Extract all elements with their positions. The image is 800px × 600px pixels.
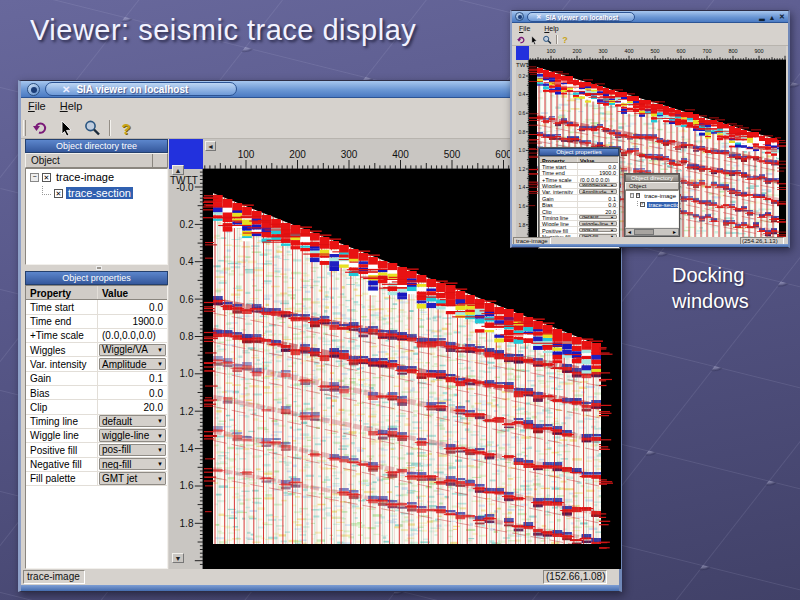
tree-item-trace-section[interactable]: ✕trace-section bbox=[26, 185, 167, 201]
palette-tree-hscrollbar[interactable]: ◄ ► bbox=[625, 228, 679, 236]
prop-row-wiggles[interactable]: WigglesWiggle/VA▼ bbox=[26, 343, 167, 357]
svg-text:1.2: 1.2 bbox=[518, 166, 525, 172]
window-menu-button[interactable] bbox=[27, 83, 40, 96]
prop-row-wiggle-line[interactable]: Wiggle linewiggle-line▼ bbox=[26, 429, 167, 443]
inset-window-bottom-border bbox=[512, 244, 788, 247]
slide-title: Viewer: seismic trace display bbox=[30, 14, 416, 47]
svg-text:1.2: 1.2 bbox=[180, 406, 194, 417]
svg-text:1.0: 1.0 bbox=[518, 147, 525, 153]
inset-magnifier-icon[interactable] bbox=[541, 34, 553, 45]
tree-panel-header[interactable]: Object directory tree bbox=[25, 139, 168, 153]
svg-text:500: 500 bbox=[444, 149, 461, 160]
status-coordinates: (152.66,1.08) bbox=[543, 570, 607, 584]
svg-text:500: 500 bbox=[650, 48, 659, 54]
inset-window-menu-button[interactable] bbox=[515, 12, 524, 21]
inset-menubar: FileHelp bbox=[512, 23, 788, 33]
inset-minimize-icon[interactable]: ▂ bbox=[758, 13, 766, 21]
palette-tree-header[interactable]: Object directory bbox=[625, 174, 679, 182]
scrollbar-right-arrow[interactable]: ► bbox=[671, 229, 678, 235]
caption-line1: Docking bbox=[672, 262, 749, 288]
ruler-scroll-left-button[interactable]: ◄ bbox=[205, 141, 216, 151]
menu-item-file[interactable]: File bbox=[21, 98, 53, 114]
toolbar-handle[interactable] bbox=[23, 120, 26, 136]
main-left-panel: Object directory tree Object −✕trace-ima… bbox=[25, 139, 168, 569]
tree-item-trace-image[interactable]: −✕trace-image bbox=[626, 191, 678, 200]
svg-text:200: 200 bbox=[289, 149, 306, 160]
help-icon[interactable]: ? bbox=[115, 118, 137, 138]
svg-text:1.8: 1.8 bbox=[180, 518, 194, 529]
svg-text:0.8: 0.8 bbox=[180, 331, 194, 342]
prop-row-timing-line[interactable]: Timing linedefault▼ bbox=[26, 415, 167, 429]
prop-row--time-scale: +Time scale(0.0,0.0,0.0) bbox=[26, 329, 167, 343]
prop-row-fill-palette[interactable]: Fill paletteGMT jet▼ bbox=[26, 472, 167, 486]
inset-v-axis-title: TWT bbox=[516, 62, 529, 68]
tree-item-trace-section[interactable]: ✕trace-section bbox=[626, 200, 678, 209]
ruler-scroll-up-button[interactable]: ▲ bbox=[172, 165, 184, 175]
svg-text:0.6: 0.6 bbox=[518, 110, 525, 116]
svg-text:0.8: 0.8 bbox=[518, 129, 525, 135]
inset-vertical-ruler: 0.20.40.60.81.01.21.41.61.8 bbox=[516, 60, 529, 237]
svg-text:300: 300 bbox=[598, 48, 607, 54]
caption-docking-windows: Docking windows bbox=[672, 262, 749, 314]
tree-item-trace-image[interactable]: −✕trace-image bbox=[26, 169, 167, 185]
svg-text:400: 400 bbox=[392, 149, 409, 160]
v-axis-title: TWTT bbox=[170, 175, 198, 186]
rotate-icon[interactable] bbox=[29, 118, 51, 138]
status-object-name: trace-image bbox=[23, 570, 85, 584]
prop-row-var-intensity[interactable]: Var. intensityAmplitude▼ bbox=[26, 357, 167, 371]
main-title-pill: ✕ SIA viewer on localhost bbox=[45, 82, 237, 96]
prop-row-positive-fill[interactable]: Positive fillpos-fill▼ bbox=[26, 443, 167, 457]
svg-text:300: 300 bbox=[341, 149, 358, 160]
inset-rotate-icon[interactable] bbox=[515, 34, 527, 45]
palette-props-header[interactable]: Object properties bbox=[539, 148, 619, 156]
svg-text:200: 200 bbox=[572, 48, 581, 54]
cursor-icon[interactable] bbox=[55, 118, 77, 138]
magnifier-icon[interactable] bbox=[81, 118, 103, 138]
inset-titlebar[interactable]: ✕ SIA viewer on localhost ▂ ▲ ✕ bbox=[512, 11, 788, 23]
caption-line2: windows bbox=[672, 288, 749, 314]
inset-viewer-window: ✕ SIA viewer on localhost ▂ ▲ ✕ FileHelp… bbox=[510, 10, 790, 248]
svg-text:900: 900 bbox=[754, 48, 763, 54]
main-window-bottom-border bbox=[21, 585, 619, 591]
svg-text:0.4: 0.4 bbox=[518, 91, 525, 97]
inset-close-icon[interactable]: ✕ bbox=[536, 13, 541, 21]
svg-text:1.4: 1.4 bbox=[518, 184, 525, 190]
tree-column-divider bbox=[152, 154, 153, 167]
inset-help-icon[interactable]: ? bbox=[559, 34, 571, 45]
prop-row-gain: Gain0.1 bbox=[26, 372, 167, 386]
prop-row-time-start: Time start0.0 bbox=[26, 300, 167, 314]
toolbar-separator bbox=[109, 120, 111, 136]
svg-text:100: 100 bbox=[238, 149, 255, 160]
ruler-scroll-down-button[interactable]: ▼ bbox=[172, 553, 184, 563]
prop-row-bias: Bias0.0 bbox=[26, 386, 167, 400]
scrollbar-thumb[interactable] bbox=[634, 229, 654, 235]
properties-table: PropertyValueTime start0.0Time end1900.0… bbox=[25, 285, 168, 569]
svg-text:0.6: 0.6 bbox=[180, 294, 194, 305]
close-icon[interactable]: ✕ bbox=[62, 84, 70, 95]
svg-text:1.6: 1.6 bbox=[518, 203, 525, 209]
svg-text:1.4: 1.4 bbox=[180, 443, 194, 454]
svg-text:800: 800 bbox=[728, 48, 737, 54]
tree-column-header[interactable]: Object bbox=[25, 153, 168, 168]
svg-text:600: 600 bbox=[676, 48, 685, 54]
properties-header-row: PropertyValue bbox=[26, 286, 167, 300]
panel-splitter[interactable] bbox=[25, 265, 168, 271]
scrollbar-left-arrow[interactable]: ◄ bbox=[626, 229, 633, 235]
main-window-title: SIA viewer on localhost bbox=[76, 84, 188, 95]
svg-text:0.4: 0.4 bbox=[180, 256, 194, 267]
prop-row-negative-fill[interactable]: Negative fillneg-fill▼ bbox=[26, 458, 167, 472]
inset-maximize-icon[interactable]: ▲ bbox=[768, 13, 776, 21]
slide-background: Viewer: seismic trace display Docking wi… bbox=[0, 0, 800, 600]
svg-text:1.6: 1.6 bbox=[180, 480, 194, 491]
inset-horizontal-ruler: 100200300400500600700800900 bbox=[529, 46, 786, 60]
palette-tree-column[interactable]: Object bbox=[625, 182, 679, 190]
inset-close-button-icon[interactable]: ✕ bbox=[778, 13, 786, 21]
props-panel-header[interactable]: Object properties bbox=[25, 271, 168, 285]
main-statusbar: trace-image (152.66,1.08) bbox=[21, 569, 619, 586]
window-menu-icon bbox=[31, 87, 37, 93]
prop-row-clip: Clip20.0 bbox=[26, 400, 167, 414]
inset-cursor-icon[interactable] bbox=[528, 34, 540, 45]
object-tree: −✕trace-image✕trace-section bbox=[25, 168, 168, 265]
palette-properties-table: PropertyValueTime start0.0Time end1900.0… bbox=[539, 156, 619, 248]
menu-item-help[interactable]: Help bbox=[53, 98, 90, 114]
